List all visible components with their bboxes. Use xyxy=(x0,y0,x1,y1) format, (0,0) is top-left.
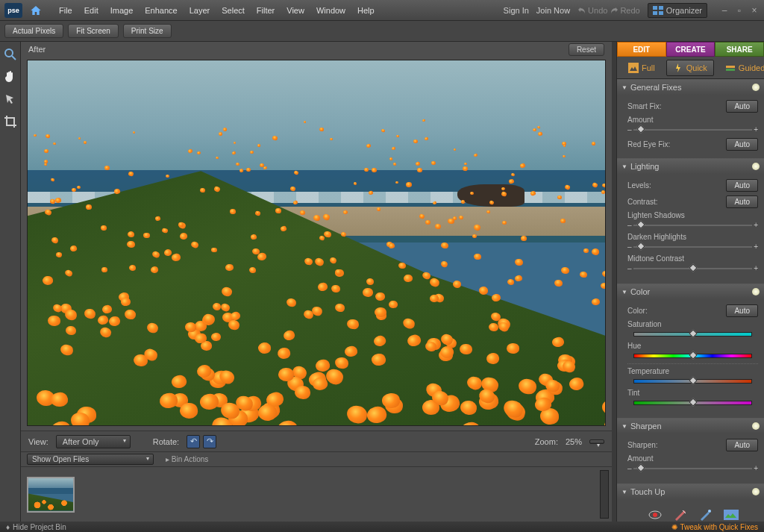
menu-select[interactable]: Select xyxy=(216,3,250,18)
menu-layer[interactable]: Layer xyxy=(184,3,216,18)
panel-sharpen: ▼Sharpen Sharpen:Auto Amount –+ xyxy=(617,418,764,484)
tint-label: Tint xyxy=(627,389,758,397)
midtone-slider[interactable]: –+ xyxy=(627,264,758,273)
redo-button[interactable]: Redo xyxy=(610,6,639,15)
title-bar: pse File Edit Image Enhance Layer Select… xyxy=(0,0,764,21)
black-white-tool-icon[interactable] xyxy=(724,508,739,522)
smartfix-auto-button[interactable]: Auto xyxy=(726,100,758,113)
bin-actions-menu[interactable]: Bin Actions xyxy=(172,455,208,463)
hand-tool-icon[interactable] xyxy=(2,69,19,85)
menu-help[interactable]: Help xyxy=(352,3,380,18)
svg-rect-8 xyxy=(726,69,735,71)
rotate-cw-icon[interactable]: ↷ xyxy=(203,435,216,448)
print-size-button[interactable]: Print Size xyxy=(123,24,172,38)
hue-slider[interactable] xyxy=(627,351,758,360)
smartfix-amount-slider[interactable]: –+ xyxy=(627,125,758,134)
zoom-tool-icon[interactable] xyxy=(2,46,19,63)
svg-rect-1 xyxy=(659,6,663,10)
crop-tool-icon[interactable] xyxy=(2,113,19,130)
app-logo: pse xyxy=(4,3,22,18)
levels-auto-button[interactable]: Auto xyxy=(726,179,758,192)
view-bar: View: After Only Rotate: ↶ ↷ Zoom: 25% xyxy=(21,431,612,451)
panel-header-lighting[interactable]: ▼Lighting xyxy=(617,159,764,174)
project-bin xyxy=(21,466,612,522)
bin-scrollbar[interactable] xyxy=(600,470,609,519)
tweak-quick-fixes[interactable]: Tweak with Quick Fixes xyxy=(680,523,758,531)
svg-rect-3 xyxy=(659,11,663,15)
home-icon[interactable] xyxy=(27,1,45,19)
darken-slider[interactable]: –+ xyxy=(627,242,758,251)
rotate-label: Rotate: xyxy=(153,437,179,446)
menu-edit[interactable]: Edit xyxy=(79,3,104,18)
panel-header-general[interactable]: ▼General Fixes xyxy=(617,80,764,95)
reset-button[interactable]: Reset xyxy=(569,43,604,56)
actual-pixels-button[interactable]: Actual Pixels xyxy=(4,24,63,38)
whiten-teeth-tool-icon[interactable] xyxy=(673,508,688,522)
minimize-button[interactable]: – xyxy=(719,5,730,16)
organizer-button[interactable]: Organizer xyxy=(648,3,707,18)
thumbnail[interactable] xyxy=(27,477,75,513)
contrast-label: Contrast: xyxy=(627,198,726,206)
tint-slider[interactable] xyxy=(627,398,758,407)
hide-project-bin[interactable]: Hide Project Bin xyxy=(13,523,66,531)
photo-preview xyxy=(27,60,606,426)
panel-header-sharpen[interactable]: ▼Sharpen xyxy=(617,419,764,434)
svg-line-5 xyxy=(12,56,16,60)
panel-header-touchup[interactable]: ▼Touch Up xyxy=(617,484,764,499)
tab-share[interactable]: SHARE xyxy=(715,42,764,57)
tab-create[interactable]: CREATE xyxy=(666,42,716,57)
contrast-auto-button[interactable]: Auto xyxy=(726,195,758,208)
temperature-slider[interactable] xyxy=(627,377,758,386)
preview-title: After xyxy=(28,45,46,54)
view-label: View: xyxy=(28,437,48,446)
blue-sky-tool-icon[interactable] xyxy=(698,508,713,522)
menu-bar: File Edit Image Enhance Layer Select Fil… xyxy=(54,3,380,18)
color-auto-button[interactable]: Auto xyxy=(726,304,758,317)
redeye-auto-button[interactable]: Auto xyxy=(726,138,758,151)
svg-rect-6 xyxy=(628,63,639,73)
image-canvas[interactable] xyxy=(27,60,606,426)
view-mode-dropdown[interactable]: After Only xyxy=(56,435,131,448)
hint-icon[interactable] xyxy=(752,84,760,91)
quick-selection-tool-icon[interactable] xyxy=(2,91,19,107)
saturation-slider[interactable] xyxy=(627,330,758,339)
svg-point-10 xyxy=(653,513,657,517)
panel-header-color[interactable]: ▼Color xyxy=(617,284,764,299)
hint-icon[interactable] xyxy=(752,422,760,430)
close-button[interactable]: × xyxy=(749,5,760,16)
maximize-button[interactable]: ▫ xyxy=(734,5,745,16)
hint-icon[interactable] xyxy=(752,488,760,495)
zoom-dropdown[interactable] xyxy=(589,439,604,444)
svg-rect-7 xyxy=(726,66,735,68)
menu-view[interactable]: View xyxy=(281,3,310,18)
fit-screen-button[interactable]: Fit Screen xyxy=(68,24,119,38)
sharpen-slider[interactable]: –+ xyxy=(627,464,758,473)
panel-general-fixes: ▼General Fixes Smart Fix:Auto Amount –+ … xyxy=(617,79,764,158)
redeye-tool-icon[interactable] xyxy=(648,508,663,522)
tool-strip xyxy=(0,42,21,522)
submode-full[interactable]: Full xyxy=(621,60,662,76)
svg-rect-12 xyxy=(724,510,739,520)
menu-image[interactable]: Image xyxy=(105,3,139,18)
sharpen-auto-button[interactable]: Auto xyxy=(726,439,758,451)
menu-enhance[interactable]: Enhance xyxy=(140,3,182,18)
menu-filter[interactable]: Filter xyxy=(251,3,280,18)
sharpen-amount-label: Amount xyxy=(627,454,758,463)
status-bar: ♦ Hide Project Bin ✺ Tweak with Quick Fi… xyxy=(0,522,764,532)
panel-color: ▼Color Color:Auto Saturation Hue Tempera… xyxy=(617,284,764,418)
hint-icon[interactable] xyxy=(752,163,760,170)
show-files-dropdown[interactable]: Show Open Files xyxy=(27,454,154,465)
hint-icon[interactable] xyxy=(752,288,760,295)
undo-button[interactable]: Undo xyxy=(577,6,607,15)
document-area: After Reset View: After Only Rotate: ↶ ↷ xyxy=(21,42,612,522)
joinnow-link[interactable]: Join Now xyxy=(536,6,570,15)
menu-window[interactable]: Window xyxy=(311,3,351,18)
submode-quick[interactable]: Quick xyxy=(666,60,714,76)
tab-edit[interactable]: EDIT xyxy=(617,42,666,57)
menu-file[interactable]: File xyxy=(54,3,78,18)
signin-link[interactable]: Sign In xyxy=(504,6,529,15)
submode-guided[interactable]: Guided xyxy=(718,60,764,76)
lighten-slider[interactable]: –+ xyxy=(627,221,758,230)
svg-rect-2 xyxy=(653,11,657,15)
rotate-ccw-icon[interactable]: ↶ xyxy=(187,435,200,448)
